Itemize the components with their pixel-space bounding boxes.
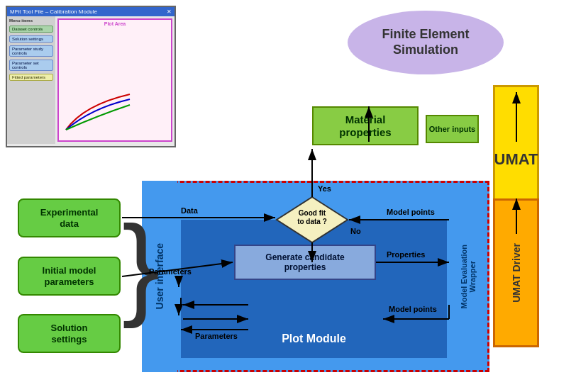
material-properties-label: Materialproperties [339,113,391,139]
plot-module-label: Plot Module [282,332,346,345]
umat-driver-label: UMAT Driver [511,243,522,303]
screenshot-sidebar: Menu items Dataset controls Solution set… [7,16,55,144]
generate-candidate-label: Generate candidateproperties [265,252,344,272]
screenshot-mockup: MFit Tool File – Calibration Module ✕ Me… [6,6,176,147]
model-evaluation-label: Model EvaluationWrapper [460,245,477,308]
other-inputs-label: Other inputs [429,125,475,133]
generate-candidate-box: Generate candidateproperties [234,245,376,280]
ss-fitted-params: Fitted parameters [9,74,53,81]
fe-simulation-label: Finite ElementSimulation [382,27,469,57]
solution-settings-box: Solutionsettings [18,314,121,353]
ss-dataset-controls: Dataset controls [9,26,53,33]
screenshot-title: MFit Tool File – Calibration Module [10,9,97,15]
initial-model-params-label: Initial modelparameters [43,265,96,287]
plot-module-box: Plot Module [181,280,447,358]
umat-driver-box: UMAT Driver [493,198,539,347]
plot-area-label: Plot Area [104,21,126,26]
initial-model-params-box: Initial modelparameters [18,257,121,296]
screenshot-body: Menu items Dataset controls Solution set… [7,16,175,144]
material-properties-box: Materialproperties [312,106,419,145]
ss-solution-settings: Solution settings [9,35,53,43]
experimental-data-box: Experimentaldata [18,198,121,237]
screenshot-plot-area: Plot Area [57,18,172,142]
model-evaluation-wrapper-box: Model EvaluationWrapper [450,195,486,358]
fe-simulation-ellipse: Finite ElementSimulation [348,11,504,74]
screenshot-titlebar: MFit Tool File – Calibration Module ✕ [7,7,175,16]
umat-label: UMAT [494,150,538,169]
ss-menu-label: Menu items [9,18,53,23]
user-interface-label: User interface [154,243,165,309]
plot-curves [62,91,133,133]
ss-param-study: Parameter study controls [9,45,53,57]
solution-settings-label: Solutionsettings [51,323,88,345]
ss-param-set: Parameter set controls [9,60,53,71]
user-interface-box: User interface [142,181,177,372]
other-inputs-box: Other inputs [426,115,479,143]
experimental-data-label: Experimentaldata [40,207,99,229]
